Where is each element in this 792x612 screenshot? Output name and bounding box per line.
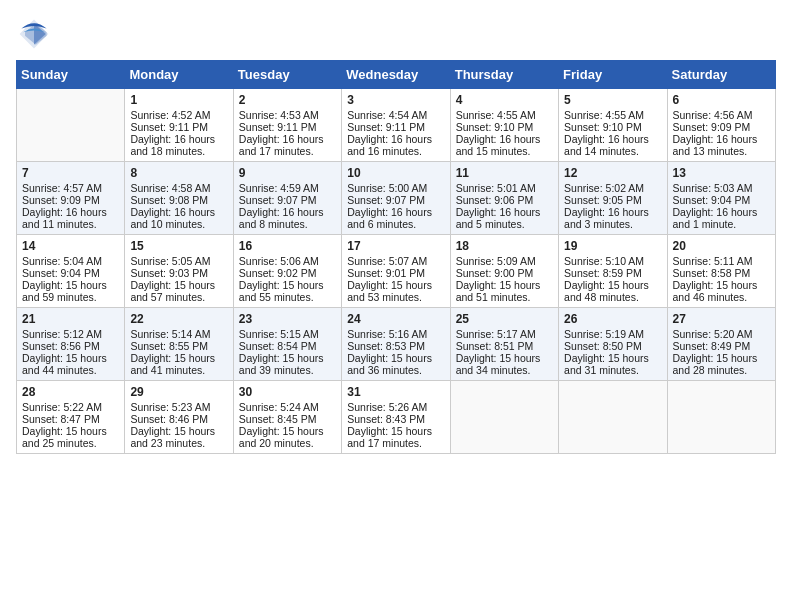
- day-info-line: and 28 minutes.: [673, 364, 770, 376]
- day-of-week-header: Friday: [559, 61, 667, 89]
- calendar-cell: 24Sunrise: 5:16 AMSunset: 8:53 PMDayligh…: [342, 308, 450, 381]
- day-info-line: Sunrise: 5:12 AM: [22, 328, 119, 340]
- calendar-cell: 9Sunrise: 4:59 AMSunset: 9:07 PMDaylight…: [233, 162, 341, 235]
- logo: [16, 16, 56, 52]
- day-info-line: and 17 minutes.: [239, 145, 336, 157]
- day-info-line: Sunrise: 5:00 AM: [347, 182, 444, 194]
- day-info-line: Sunset: 9:04 PM: [22, 267, 119, 279]
- day-info-line: and 8 minutes.: [239, 218, 336, 230]
- day-info-line: Daylight: 15 hours: [239, 425, 336, 437]
- day-info-line: Sunrise: 5:09 AM: [456, 255, 553, 267]
- calendar-cell: 3Sunrise: 4:54 AMSunset: 9:11 PMDaylight…: [342, 89, 450, 162]
- day-info-line: Daylight: 16 hours: [239, 133, 336, 145]
- day-info-line: Daylight: 15 hours: [673, 279, 770, 291]
- day-number: 17: [347, 239, 444, 253]
- day-info-line: Sunrise: 4:58 AM: [130, 182, 227, 194]
- day-info-line: Sunrise: 5:02 AM: [564, 182, 661, 194]
- day-info-line: and 17 minutes.: [347, 437, 444, 449]
- day-info-line: Sunset: 8:50 PM: [564, 340, 661, 352]
- day-info-line: and 14 minutes.: [564, 145, 661, 157]
- day-info-line: and 44 minutes.: [22, 364, 119, 376]
- day-info-line: Sunset: 9:03 PM: [130, 267, 227, 279]
- day-info-line: Sunrise: 4:52 AM: [130, 109, 227, 121]
- day-number: 21: [22, 312, 119, 326]
- day-number: 29: [130, 385, 227, 399]
- day-info-line: and 5 minutes.: [456, 218, 553, 230]
- calendar-week-row: 28Sunrise: 5:22 AMSunset: 8:47 PMDayligh…: [17, 381, 776, 454]
- day-info-line: and 51 minutes.: [456, 291, 553, 303]
- day-number: 28: [22, 385, 119, 399]
- day-info-line: Sunset: 9:07 PM: [347, 194, 444, 206]
- day-info-line: Sunset: 8:58 PM: [673, 267, 770, 279]
- day-number: 3: [347, 93, 444, 107]
- day-info-line: and 13 minutes.: [673, 145, 770, 157]
- day-info-line: Daylight: 16 hours: [347, 133, 444, 145]
- calendar-cell: 18Sunrise: 5:09 AMSunset: 9:00 PMDayligh…: [450, 235, 558, 308]
- day-info-line: Sunrise: 5:14 AM: [130, 328, 227, 340]
- day-info-line: and 59 minutes.: [22, 291, 119, 303]
- day-info-line: Sunrise: 5:03 AM: [673, 182, 770, 194]
- day-info-line: and 10 minutes.: [130, 218, 227, 230]
- calendar-cell: 16Sunrise: 5:06 AMSunset: 9:02 PMDayligh…: [233, 235, 341, 308]
- day-info-line: Sunset: 9:00 PM: [456, 267, 553, 279]
- day-info-line: and 16 minutes.: [347, 145, 444, 157]
- calendar-cell: 15Sunrise: 5:05 AMSunset: 9:03 PMDayligh…: [125, 235, 233, 308]
- calendar-cell: 2Sunrise: 4:53 AMSunset: 9:11 PMDaylight…: [233, 89, 341, 162]
- calendar-cell: 5Sunrise: 4:55 AMSunset: 9:10 PMDaylight…: [559, 89, 667, 162]
- day-number: 10: [347, 166, 444, 180]
- calendar-cell: 23Sunrise: 5:15 AMSunset: 8:54 PMDayligh…: [233, 308, 341, 381]
- calendar-cell: 22Sunrise: 5:14 AMSunset: 8:55 PMDayligh…: [125, 308, 233, 381]
- day-number: 8: [130, 166, 227, 180]
- day-number: 14: [22, 239, 119, 253]
- day-info-line: Sunrise: 4:57 AM: [22, 182, 119, 194]
- day-info-line: Sunrise: 5:23 AM: [130, 401, 227, 413]
- day-info-line: and 23 minutes.: [130, 437, 227, 449]
- day-info-line: Daylight: 15 hours: [673, 352, 770, 364]
- day-number: 2: [239, 93, 336, 107]
- day-info-line: Sunrise: 5:20 AM: [673, 328, 770, 340]
- day-info-line: Sunrise: 5:16 AM: [347, 328, 444, 340]
- calendar-header-row: SundayMondayTuesdayWednesdayThursdayFrid…: [17, 61, 776, 89]
- day-number: 26: [564, 312, 661, 326]
- day-number: 23: [239, 312, 336, 326]
- calendar-cell: 26Sunrise: 5:19 AMSunset: 8:50 PMDayligh…: [559, 308, 667, 381]
- day-number: 5: [564, 93, 661, 107]
- day-info-line: Sunset: 8:45 PM: [239, 413, 336, 425]
- calendar-week-row: 21Sunrise: 5:12 AMSunset: 8:56 PMDayligh…: [17, 308, 776, 381]
- day-info-line: Sunset: 9:09 PM: [22, 194, 119, 206]
- calendar-week-row: 14Sunrise: 5:04 AMSunset: 9:04 PMDayligh…: [17, 235, 776, 308]
- day-info-line: and 46 minutes.: [673, 291, 770, 303]
- day-info-line: Sunrise: 5:26 AM: [347, 401, 444, 413]
- calendar-cell: 6Sunrise: 4:56 AMSunset: 9:09 PMDaylight…: [667, 89, 775, 162]
- logo-icon: [16, 16, 52, 52]
- day-info-line: Sunrise: 5:04 AM: [22, 255, 119, 267]
- day-info-line: and 11 minutes.: [22, 218, 119, 230]
- day-info-line: and 39 minutes.: [239, 364, 336, 376]
- day-info-line: Sunrise: 4:55 AM: [564, 109, 661, 121]
- calendar-week-row: 1Sunrise: 4:52 AMSunset: 9:11 PMDaylight…: [17, 89, 776, 162]
- day-info-line: Sunset: 9:01 PM: [347, 267, 444, 279]
- day-info-line: and 36 minutes.: [347, 364, 444, 376]
- day-info-line: Sunset: 8:56 PM: [22, 340, 119, 352]
- day-info-line: Sunrise: 4:59 AM: [239, 182, 336, 194]
- day-info-line: Daylight: 16 hours: [673, 206, 770, 218]
- day-of-week-header: Monday: [125, 61, 233, 89]
- page-header: [16, 16, 776, 52]
- day-info-line: and 3 minutes.: [564, 218, 661, 230]
- day-info-line: and 31 minutes.: [564, 364, 661, 376]
- day-info-line: Sunrise: 5:17 AM: [456, 328, 553, 340]
- day-number: 25: [456, 312, 553, 326]
- calendar-cell: 20Sunrise: 5:11 AMSunset: 8:58 PMDayligh…: [667, 235, 775, 308]
- day-info-line: Daylight: 15 hours: [22, 352, 119, 364]
- calendar-table: SundayMondayTuesdayWednesdayThursdayFrid…: [16, 60, 776, 454]
- day-info-line: Sunrise: 5:22 AM: [22, 401, 119, 413]
- calendar-cell: 12Sunrise: 5:02 AMSunset: 9:05 PMDayligh…: [559, 162, 667, 235]
- calendar-cell: 17Sunrise: 5:07 AMSunset: 9:01 PMDayligh…: [342, 235, 450, 308]
- day-number: 9: [239, 166, 336, 180]
- day-info-line: and 41 minutes.: [130, 364, 227, 376]
- day-info-line: Sunrise: 5:01 AM: [456, 182, 553, 194]
- day-info-line: Sunrise: 5:19 AM: [564, 328, 661, 340]
- calendar-cell: 1Sunrise: 4:52 AMSunset: 9:11 PMDaylight…: [125, 89, 233, 162]
- day-of-week-header: Sunday: [17, 61, 125, 89]
- day-info-line: Daylight: 15 hours: [347, 352, 444, 364]
